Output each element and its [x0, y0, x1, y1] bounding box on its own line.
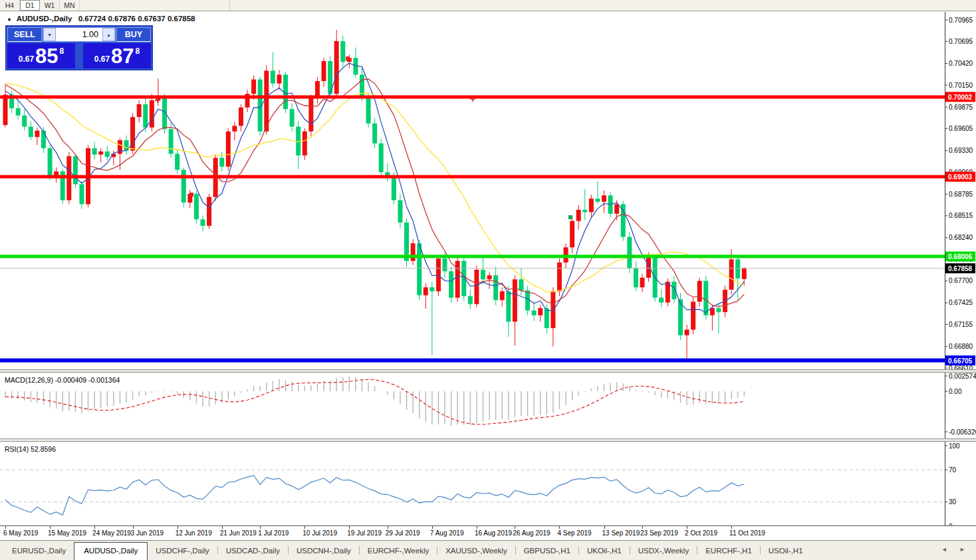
price-axis[interactable]: 0.709650.706950.704200.701500.698750.696… — [945, 12, 976, 525]
pane-separator[interactable] — [0, 438, 976, 442]
buy-price-prefix: 0.67 — [94, 54, 110, 64]
tab-scroll-left-icon[interactable]: ◄ — [941, 546, 953, 553]
date-tick — [642, 526, 643, 529]
date-label: 13 Sep 2019 — [602, 529, 640, 537]
volume-decrement-button[interactable]: ▼ — [43, 28, 56, 41]
timeframe-h4-button[interactable]: H4 — [0, 0, 20, 11]
svg-text:0.69003: 0.69003 — [948, 173, 973, 181]
spinner-down-icon: ▼ — [47, 33, 52, 37]
svg-text:0.68006: 0.68006 — [948, 253, 973, 260]
sell-price-prefix: 0.67 — [19, 54, 34, 64]
buy-price-sup: 8 — [136, 47, 140, 56]
tab-audusd-daily[interactable]: AUDUSD-,Daily — [74, 542, 148, 560]
date-label: 15 May 2019 — [48, 529, 86, 537]
date-tick — [388, 526, 388, 529]
svg-text:0.70695: 0.70695 — [949, 38, 973, 45]
tab-usdx-weekly[interactable]: USDX-,Weekly — [630, 543, 697, 558]
svg-text:0.70965: 0.70965 — [949, 17, 973, 24]
svg-text:0.69605: 0.69605 — [949, 125, 973, 132]
svg-text:0.002574: 0.002574 — [949, 373, 976, 380]
rsi-pane[interactable] — [0, 442, 945, 525]
tab-eurusd-daily[interactable]: EURUSD-,Daily — [4, 543, 74, 558]
svg-text:0.70420: 0.70420 — [949, 60, 973, 67]
sell-price-panel[interactable]: 0.67 85 8 — [7, 43, 75, 68]
date-label: 23 Sep 2019 — [640, 529, 678, 537]
date-label: 21 Jun 2019 — [220, 529, 257, 537]
date-label: 3 Jun 2019 — [131, 529, 164, 537]
buy-button[interactable]: BUY — [116, 27, 151, 42]
date-tick — [604, 526, 605, 529]
date-tick — [349, 526, 350, 529]
date-label: 2 Oct 2019 — [685, 529, 717, 537]
tab-ukoil-h1[interactable]: UKOil-,H1 — [579, 543, 630, 558]
svg-text:0.66705: 0.66705 — [948, 357, 973, 365]
date-label: 19 Jul 2019 — [347, 529, 382, 537]
spinner-up-icon: ▲ — [106, 33, 111, 37]
date-label: 11 Oct 2019 — [729, 529, 765, 537]
date-label: 12 Jun 2019 — [176, 529, 212, 537]
date-label: 6 May 2019 — [3, 529, 38, 537]
date-tick — [178, 526, 178, 529]
date-tick — [5, 526, 6, 529]
buy-price-panel[interactable]: 0.67 87 8 — [83, 43, 151, 68]
rsi-indicator-label: RSI(14) 52.8596 — [5, 445, 56, 453]
macd-indicator-label: MACD(12,26,9) -0.000409 -0.001364 — [5, 376, 120, 384]
svg-text:0.68240: 0.68240 — [949, 234, 973, 241]
date-axis[interactable]: 6 May 201915 May 201924 May 20193 Jun 20… — [0, 525, 976, 540]
date-label: 1 Jul 2019 — [258, 529, 289, 537]
tab-xauusd-weekly[interactable]: XAUUSD-,Weekly — [437, 543, 515, 558]
chart-marker — [568, 215, 572, 219]
date-label: 26 Aug 2019 — [513, 529, 550, 537]
date-label: 4 Sep 2019 — [557, 529, 591, 537]
tab-usdcnh-daily[interactable]: USDCNH-,Daily — [289, 543, 359, 558]
timeframe-w1-button[interactable]: W1 — [40, 0, 60, 11]
chart-title: ▲ AUDUSD-,Daily 0.67724 0.67876 0.67637 … — [7, 15, 195, 23]
date-tick — [305, 526, 305, 529]
pane-separator[interactable] — [0, 369, 976, 373]
macd-pane[interactable] — [0, 373, 945, 438]
svg-text:0.68785: 0.68785 — [949, 191, 973, 198]
tab-gbpusd-h1[interactable]: GBPUSD-,H1 — [516, 543, 578, 558]
tab-usoil-h1[interactable]: USOil-,H1 — [761, 543, 811, 558]
date-tick — [94, 526, 95, 529]
ma-10-line — [5, 79, 744, 307]
date-tick — [133, 526, 134, 529]
timeframe-d1-button[interactable]: D1 — [20, 0, 40, 11]
buy-price-big: 87 — [111, 46, 134, 66]
tab-usdchf-daily[interactable]: USDCHF-,Daily — [148, 543, 217, 558]
tab-scroll-right-icon[interactable]: ► — [959, 546, 971, 553]
chart-marker — [346, 56, 350, 60]
date-tick — [50, 526, 51, 529]
tab-usdcad-daily[interactable]: USDCAD-,Daily — [218, 543, 288, 558]
tab-eurchf-weekly[interactable]: EURCHF-,Weekly — [360, 543, 437, 558]
sell-button[interactable]: SELL — [7, 27, 42, 42]
date-tick — [515, 526, 515, 529]
timeframe-toolbar: H4 D1 W1 MN — [0, 0, 976, 11]
collapse-triangle-icon[interactable]: ▲ — [7, 16, 12, 22]
svg-text:0.00: 0.00 — [949, 388, 962, 395]
chart-marker — [189, 193, 193, 197]
timeframe-mn-button[interactable]: MN — [60, 0, 80, 11]
volume-stepper: ▼ 1.00 ▲ — [43, 27, 116, 42]
sell-price-big: 85 — [35, 46, 58, 66]
svg-text:-0.006326: -0.006326 — [949, 428, 976, 436]
svg-text:70: 70 — [949, 466, 957, 474]
mt4-terminal-window: H4 D1 W1 MN ▲ AUDUSD-,Daily 0.67724 0.67… — [0, 0, 976, 560]
one-click-trading-panel: SELL ▼ 1.00 ▲ BUY 0.67 85 8 — [5, 25, 153, 70]
date-tick — [687, 526, 687, 529]
date-tick — [432, 526, 433, 529]
date-tick — [222, 526, 223, 529]
svg-text:0.67155: 0.67155 — [949, 321, 973, 328]
ma-5-line — [5, 63, 744, 312]
date-label: 16 Aug 2019 — [475, 529, 512, 537]
volume-increment-button[interactable]: ▲ — [102, 28, 115, 41]
svg-text:0.67700: 0.67700 — [949, 277, 973, 284]
sell-price-sup: 8 — [60, 47, 64, 56]
svg-text:0.70002: 0.70002 — [948, 94, 973, 101]
svg-text:30: 30 — [949, 498, 957, 506]
chart-tabs: EURUSD-,DailyAUDUSD-,DailyUSDCHF-,DailyU… — [0, 541, 811, 560]
svg-text:0.69875: 0.69875 — [949, 104, 973, 111]
tab-eurchf-h1[interactable]: EURCHF-,H1 — [697, 543, 760, 558]
volume-value[interactable]: 1.00 — [56, 28, 102, 41]
toolbar-divider — [229, 1, 230, 10]
